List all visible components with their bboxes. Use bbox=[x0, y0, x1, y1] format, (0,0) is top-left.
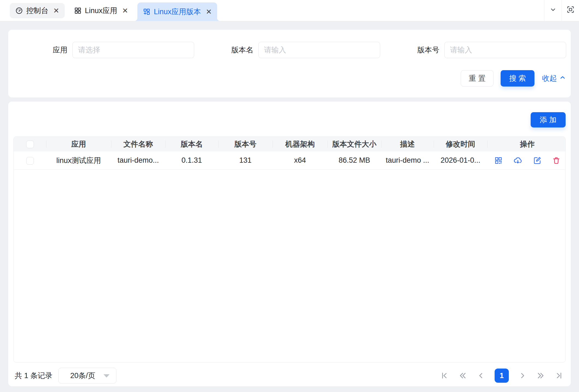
grid-icon bbox=[74, 7, 82, 14]
column-header-file-size: 版本文件大小 bbox=[327, 137, 381, 152]
select-all-checkbox[interactable] bbox=[26, 141, 34, 148]
search-button[interactable]: 搜 索 bbox=[501, 70, 534, 87]
table-row: linux测试应用 tauri-demo... 0.1.31 131 x64 8… bbox=[14, 152, 566, 170]
chevron-up-icon bbox=[559, 74, 566, 83]
download-icon[interactable] bbox=[513, 156, 522, 165]
current-page-button[interactable]: 1 bbox=[495, 369, 509, 383]
last-page-button[interactable] bbox=[555, 371, 563, 380]
dashboard-icon bbox=[15, 7, 23, 14]
version-code-label: 版本号 bbox=[380, 45, 439, 55]
row-checkbox-cell bbox=[14, 152, 46, 170]
tabs-menu-button[interactable] bbox=[544, 0, 562, 21]
app-select[interactable] bbox=[72, 42, 194, 58]
column-header-version-code: 版本号 bbox=[218, 137, 273, 152]
collapse-label: 收起 bbox=[542, 73, 557, 83]
tab-list: 控制台 ✕ Linux应用 ✕ bbox=[10, 0, 217, 21]
collapse-link[interactable]: 收起 bbox=[542, 73, 566, 83]
pagination: 1 bbox=[440, 369, 566, 383]
field-app: 应用 bbox=[8, 42, 194, 58]
tab-label: 控制台 bbox=[26, 6, 48, 16]
filter-actions: 重 置 搜 索 收起 bbox=[8, 70, 566, 87]
tab-bar: 控制台 ✕ Linux应用 ✕ bbox=[0, 0, 579, 21]
cell-description: tauri-demo ... bbox=[381, 152, 434, 170]
add-button[interactable]: 添 加 bbox=[531, 112, 566, 127]
first-page-button[interactable] bbox=[440, 371, 449, 380]
cell-file-name: tauri-demo... bbox=[111, 152, 165, 170]
column-header-app: 应用 bbox=[46, 137, 111, 152]
column-header-arch: 机器架构 bbox=[273, 137, 327, 152]
next-group-button[interactable] bbox=[536, 371, 545, 380]
close-icon[interactable]: ✕ bbox=[206, 8, 212, 15]
fullscreen-button[interactable] bbox=[562, 0, 579, 21]
next-page-button[interactable] bbox=[518, 371, 527, 380]
total-records-text: 共 1 条记录 bbox=[15, 371, 52, 381]
cell-actions bbox=[487, 152, 566, 170]
filter-panel: 应用 版本名 版本号 重 置 搜 索 收起 bbox=[8, 30, 571, 97]
close-icon[interactable]: ✕ bbox=[122, 7, 128, 14]
cell-file-size: 86.52 MB bbox=[327, 152, 381, 170]
tab-linux-app[interactable]: Linux应用 ✕ bbox=[69, 3, 134, 18]
table-footer: 共 1 条记录 20条/页 1 bbox=[13, 368, 566, 384]
table-panel: 添 加 应用 文件名称 版本名 版本号 机器架构 版本文件大小 描述 bbox=[8, 102, 571, 386]
column-header-file-name: 文件名称 bbox=[111, 137, 165, 152]
cell-arch: x64 bbox=[273, 152, 327, 170]
column-header-version-name: 版本名 bbox=[165, 137, 218, 152]
fullscreen-icon bbox=[566, 5, 575, 16]
cell-version-name: 0.1.31 bbox=[165, 152, 218, 170]
delete-icon[interactable] bbox=[552, 156, 560, 165]
close-icon[interactable]: ✕ bbox=[53, 7, 59, 14]
cell-version-code: 131 bbox=[218, 152, 273, 170]
tab-bar-controls bbox=[544, 0, 579, 21]
tab-label: Linux应用版本 bbox=[154, 7, 201, 17]
column-header-actions: 操作 bbox=[487, 137, 566, 152]
prev-page-button[interactable] bbox=[477, 371, 485, 380]
field-version-code: 版本号 bbox=[380, 42, 566, 58]
qrcode-icon[interactable] bbox=[494, 156, 503, 165]
table-header-row: 应用 文件名称 版本名 版本号 机器架构 版本文件大小 描述 修改时间 操作 bbox=[14, 137, 566, 152]
header-checkbox-cell bbox=[14, 137, 46, 152]
page-size-value: 20条/页 bbox=[70, 371, 95, 381]
chevron-down-icon bbox=[549, 5, 557, 16]
tab-console[interactable]: 控制台 ✕ bbox=[10, 3, 65, 18]
version-code-input[interactable] bbox=[444, 42, 566, 58]
field-version-name: 版本名 bbox=[194, 42, 380, 58]
page-size-select[interactable]: 20条/页 bbox=[58, 368, 116, 384]
version-name-input[interactable] bbox=[258, 42, 380, 58]
row-checkbox[interactable] bbox=[26, 157, 34, 165]
reset-button[interactable]: 重 置 bbox=[461, 70, 494, 87]
version-name-label: 版本名 bbox=[194, 45, 253, 55]
app-label: 应用 bbox=[8, 45, 67, 55]
grid-plus-icon bbox=[143, 8, 150, 16]
cell-app: linux测试应用 bbox=[46, 152, 111, 170]
data-table: 应用 文件名称 版本名 版本号 机器架构 版本文件大小 描述 修改时间 操作 l… bbox=[13, 136, 566, 363]
column-header-modified-time: 修改时间 bbox=[434, 137, 487, 152]
cell-modified-time: 2026-01-0... bbox=[434, 152, 487, 170]
tab-label: Linux应用 bbox=[85, 6, 117, 16]
table-toolbar: 添 加 bbox=[13, 112, 566, 127]
column-header-description: 描述 bbox=[381, 137, 434, 152]
filter-fields-row: 应用 版本名 版本号 bbox=[8, 42, 566, 58]
edit-icon[interactable] bbox=[533, 156, 541, 165]
dropdown-arrow-icon bbox=[104, 374, 110, 378]
prev-group-button[interactable] bbox=[458, 371, 467, 380]
tab-linux-app-version[interactable]: Linux应用版本 ✕ bbox=[137, 2, 217, 21]
